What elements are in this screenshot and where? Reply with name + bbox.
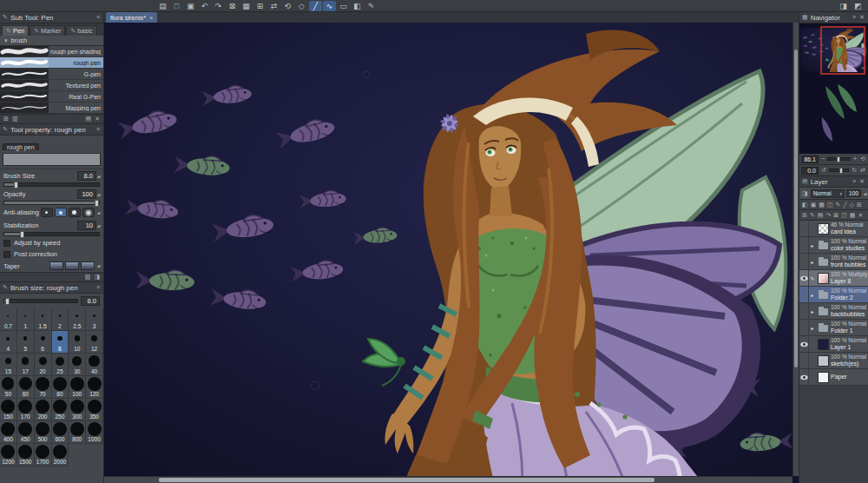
visibility-toggle[interactable] [799, 303, 809, 319]
brush-item-mapping-pen[interactable]: Mapping pen [0, 103, 103, 114]
brush-size-1.5[interactable]: 1.5 [35, 308, 52, 331]
ruler-icon[interactable]: ╱ [842, 201, 847, 209]
redo-icon[interactable]: ↷ [212, 1, 225, 11]
layer-row-folder-1[interactable]: ▸100 % NormalFolder 1 [799, 320, 868, 336]
brush-size-1200[interactable]: 1200 [0, 444, 17, 466]
rotate-left-icon[interactable]: ↺ [820, 166, 827, 175]
brush-size-500[interactable]: 500 [35, 421, 52, 444]
new-raster-layer-icon[interactable]: ⊞ [801, 211, 808, 220]
opacity-value[interactable]: 100 [77, 189, 96, 199]
flip-view-icon[interactable]: ⇄ [859, 166, 866, 175]
new-vector-layer-icon[interactable]: ✎ [809, 211, 816, 220]
brush-size-2.5[interactable]: 2.5 [69, 308, 86, 331]
brush-item-textured-pen[interactable]: Textured pen [0, 80, 103, 91]
duplicate-subtool-icon[interactable]: ▤ [85, 115, 93, 123]
anti-aliasing-none-button[interactable] [41, 208, 53, 217]
brush-size-slider[interactable] [3, 182, 100, 187]
brush-size-150[interactable]: 150 [0, 399, 17, 421]
sub-tool-header-menu[interactable]: ≡ [95, 13, 101, 22]
brush-size-15[interactable]: 15 [0, 354, 17, 376]
blend-mode-select[interactable]: Normal ▾ [811, 189, 845, 198]
brush-size-50[interactable]: 50 [0, 376, 17, 399]
visibility-toggle[interactable] [799, 336, 809, 352]
spinner-icon[interactable]: ▴▾ [97, 192, 100, 197]
lock-transparent-pixels-icon[interactable]: ▦ [818, 201, 825, 209]
brush-size-300[interactable]: 300 [69, 399, 86, 421]
brush-size-60[interactable]: 60 [17, 376, 35, 399]
tab-marker[interactable]: ✎Marker [30, 25, 65, 36]
stabilization-value[interactable]: 10 [77, 221, 96, 230]
layer-row-color-studies[interactable]: ▸100 % Normalcolor studies [799, 237, 868, 254]
brush-item-rough-pen[interactable]: rough pen [0, 57, 103, 69]
brush-size-1500[interactable]: 1500 [17, 444, 35, 466]
add-subtool-icon[interactable]: ⊞ [3, 115, 10, 123]
rotation-slider[interactable] [829, 169, 849, 172]
anti-aliasing-medium-button[interactable] [69, 208, 81, 217]
layer-row-card-idea[interactable]: 46 % Normalcard idea [799, 221, 868, 237]
brush-size-1000[interactable]: 1000 [86, 421, 103, 444]
brush-size-70[interactable]: 70 [35, 376, 52, 399]
brush-size-120[interactable]: 120 [86, 376, 103, 399]
brush-size-450[interactable]: 450 [17, 421, 35, 444]
zoom-in-icon[interactable]: + [852, 155, 858, 163]
brush-size-40[interactable]: 40 [86, 354, 103, 376]
document-tab[interactable]: flora sirenix* × [106, 12, 157, 23]
crop-icon[interactable]: ◧ [351, 1, 364, 11]
zoom-value[interactable]: 86.1 [801, 155, 819, 163]
brush-size-2000[interactable]: 2000 [52, 444, 69, 466]
reference-layer-icon[interactable]: ◇ [849, 201, 855, 209]
panel-menu-icon[interactable]: ≡ [95, 125, 101, 134]
rotate-reset-icon[interactable]: ⟲ [281, 1, 294, 11]
tab-basic[interactable]: ✎basic [66, 25, 96, 36]
brush-size-value[interactable]: 8.0 [77, 171, 96, 181]
spinner-icon[interactable]: ▴▾ [97, 263, 100, 268]
merge-down-icon[interactable]: ⊠ [832, 211, 839, 220]
object-icon[interactable]: ✎ [365, 1, 378, 11]
brush-size-600[interactable]: 600 [52, 421, 69, 444]
layer-row-layer-8[interactable]: ✎100 % MultiplyLayer 8 [799, 270, 868, 287]
workspace-icon[interactable]: ◩ [852, 1, 865, 11]
vertical-scrollbar[interactable] [792, 23, 799, 476]
brush-size-10[interactable]: 10 [69, 331, 86, 354]
navigator-menu-icon[interactable]: ≡ [852, 13, 857, 22]
brush-size-80[interactable]: 80 [52, 376, 69, 399]
brush-size-6[interactable]: 6 [35, 331, 52, 354]
clip-to-layer-below-icon[interactable]: ◧ [801, 201, 809, 209]
taper-preset-2[interactable] [65, 261, 79, 270]
tool-property-lock-icon[interactable]: ▧ [84, 273, 92, 281]
fit-to-screen-icon[interactable]: ⟲ [859, 155, 866, 163]
brush-size-400[interactable]: 400 [0, 421, 17, 444]
create-mask-icon[interactable]: ◫ [840, 211, 848, 220]
taper-preset-3[interactable] [81, 261, 95, 270]
brush-size-25[interactable]: 25 [52, 354, 69, 376]
delete-layer-icon[interactable]: ✕ [857, 211, 864, 220]
tool-property-detail-icon[interactable]: ◨ [93, 273, 101, 281]
navigator-close-icon[interactable]: ✕ [858, 13, 865, 22]
spinner-icon[interactable]: ▴▾ [97, 223, 100, 228]
brush-size-2[interactable]: 2 [52, 308, 69, 331]
brush-size-0.7[interactable]: 0.7 [0, 308, 17, 331]
brush-item-real-g-pen[interactable]: Real G-Pen [0, 91, 103, 103]
brush-size-20[interactable]: 20 [35, 354, 52, 376]
panel-menu-icon[interactable]: ≡ [95, 13, 101, 22]
visibility-toggle[interactable] [799, 254, 809, 269]
new-folder-icon[interactable]: ▤ [817, 211, 825, 220]
brush-item-rough-pen-shading[interactable]: rough pen shading [0, 46, 103, 57]
horizontal-scrollbar[interactable] [104, 476, 792, 483]
layer-opacity-value[interactable]: 100 [846, 189, 861, 197]
enable-mask-icon[interactable]: ◫ [826, 201, 834, 209]
layer-row-backbubbles[interactable]: ▸100 % Normalbackbubbles [799, 303, 868, 320]
save-icon[interactable]: ▣ [184, 1, 197, 11]
tab-pen[interactable]: ✎Pen [2, 25, 29, 36]
grid-icon[interactable]: ⊞ [253, 1, 266, 11]
post-correction-checkbox[interactable] [3, 251, 10, 258]
spinner-icon[interactable]: ▴▾ [864, 191, 866, 196]
anti-aliasing-weak-button[interactable] [55, 208, 67, 217]
spinner-icon[interactable]: ▴▾ [97, 210, 100, 215]
selection-icon[interactable]: ▭ [337, 1, 350, 11]
transfer-down-icon[interactable]: ↷ [825, 211, 832, 220]
stabilization-slider[interactable] [3, 232, 100, 236]
brush-size-3[interactable]: 3 [86, 308, 103, 331]
delete-icon[interactable]: ⊠ [226, 1, 239, 11]
visibility-toggle[interactable] [799, 320, 809, 335]
